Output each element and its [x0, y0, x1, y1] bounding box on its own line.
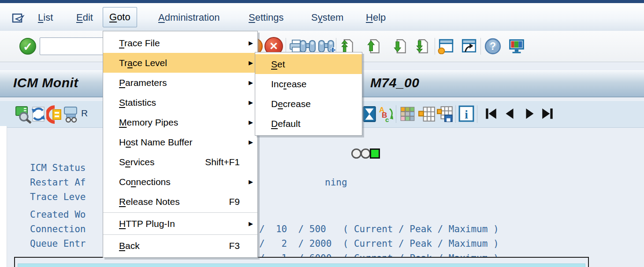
- sort-icon[interactable]: A B c: [378, 105, 395, 125]
- refresh-icon[interactable]: [29, 105, 48, 126]
- submenu-arrow-icon: ▶: [249, 93, 253, 112]
- submenu-arrow-icon: ▶: [249, 53, 253, 73]
- new-session-icon[interactable]: [437, 38, 454, 56]
- submenu-item-set[interactable]: Set: [255, 54, 362, 74]
- bottom-table-box: [14, 257, 589, 267]
- sap-window-icon[interactable]: [11, 13, 26, 27]
- previous-page-icon[interactable]: [365, 39, 381, 56]
- menubar-item-administration[interactable]: Administration: [156, 9, 222, 26]
- toolbar-separator: [435, 38, 435, 55]
- status-line: Restart Af: [0, 161, 644, 175]
- previous-record-icon[interactable]: [503, 107, 517, 122]
- menubar-item-help[interactable]: Help: [363, 9, 388, 26]
- submenu-arrow-icon: ▶: [249, 112, 253, 132]
- next-page-icon[interactable]: [391, 39, 407, 56]
- info-icon[interactable]: i: [458, 105, 474, 124]
- menu-item-http-plug-in[interactable]: HTTP Plug-In ▶: [103, 214, 257, 234]
- menu-item-back[interactable]: Back F3: [103, 236, 257, 256]
- menu-separator: [103, 212, 257, 213]
- svg-text:?: ?: [490, 41, 496, 52]
- customize-layout-icon[interactable]: [508, 38, 525, 56]
- menubar-item-system[interactable]: System: [309, 9, 346, 26]
- submenu-arrow-icon: ▶: [249, 172, 253, 192]
- toolbar-separator: [396, 105, 396, 123]
- menu-item-parameters[interactable]: Parameters ▶: [103, 73, 257, 93]
- status-light-off: [361, 148, 371, 159]
- trace-level-submenu: Set Increase Decrease Default: [255, 52, 362, 136]
- menu-shortcut: F3: [229, 236, 240, 256]
- menu-item-services[interactable]: Services Shift+F1: [103, 152, 257, 172]
- menu-item-trace-level[interactable]: Trace Level ▶: [103, 53, 257, 73]
- toolbar-separator: [477, 105, 477, 123]
- goto-menu: Trace File ▶ Trace Level ▶ Parameters ▶ …: [103, 31, 258, 258]
- toolbar-separator: [480, 38, 481, 55]
- toolbar-separator: [455, 105, 456, 123]
- hourglass-icon[interactable]: [361, 105, 377, 125]
- sap-gui-window: List Edit Goto Administration Settings S…: [0, 0, 644, 267]
- menubar-item-goto[interactable]: Goto: [103, 7, 137, 27]
- app-toolbar-label-fragment[interactable]: R: [81, 108, 88, 119]
- menu-item-memory-pipes[interactable]: Memory Pipes ▶: [103, 112, 257, 132]
- status-line: ICM Status ning: [0, 146, 644, 161]
- status-light-on: [370, 148, 380, 159]
- help-icon[interactable]: ?: [484, 38, 502, 56]
- menu-item-host-name-buffer[interactable]: Host Name Buffer ▶: [103, 132, 257, 152]
- release-icon[interactable]: [46, 105, 63, 126]
- trace-display-icon[interactable]: [62, 105, 80, 126]
- menu-item-statistics[interactable]: Statistics ▶: [103, 93, 257, 112]
- submenu-arrow-icon: ▶: [249, 73, 253, 93]
- next-record-icon[interactable]: [523, 107, 537, 122]
- svg-text:c: c: [385, 116, 389, 123]
- last-page-icon[interactable]: [413, 39, 429, 56]
- submenu-arrow-icon: ▶: [249, 132, 253, 152]
- menu-item-connections[interactable]: Connections ▶: [103, 172, 257, 192]
- page-title-left: ICM Monit: [13, 75, 78, 90]
- save-layout-icon[interactable]: [436, 106, 454, 124]
- submenu-arrow-icon: ▶: [249, 33, 253, 53]
- status-traffic-light: [351, 148, 380, 159]
- status-line: Created Wo / 10 / 500 ( Current / Peak /…: [0, 193, 644, 208]
- menubar-item-list[interactable]: List: [35, 9, 56, 26]
- menubar-item-edit[interactable]: Edit: [74, 9, 96, 26]
- submenu-item-decrease[interactable]: Decrease: [255, 94, 362, 114]
- status-line: Trace Leve: [0, 175, 644, 190]
- menubar: List Edit Goto Administration Settings S…: [0, 3, 644, 31]
- insert-column-icon[interactable]: [418, 106, 436, 124]
- status-light-off: [351, 148, 361, 159]
- last-record-icon[interactable]: [540, 107, 555, 122]
- menu-item-trace-file[interactable]: Trace File ▶: [103, 33, 257, 53]
- submenu-item-default[interactable]: Default: [255, 114, 362, 134]
- menu-separator: [103, 234, 257, 235]
- status-line: Queue Entr / 1 / 6000 ( Current / Peak /…: [0, 222, 644, 237]
- menu-shortcut: Shift+F1: [205, 152, 240, 172]
- enter-icon[interactable]: ✓: [19, 38, 36, 55]
- icm-status-panel: ICM Status ning Restart Af Trace Leve Cr…: [0, 145, 644, 242]
- layout-grid-icon[interactable]: [399, 106, 416, 124]
- table-header-strip: [18, 263, 585, 267]
- menu-item-release-notes[interactable]: Release Notes F9: [103, 192, 257, 211]
- window-top-strip: [0, 0, 644, 3]
- menubar-item-settings[interactable]: Settings: [246, 9, 287, 26]
- svg-text:i: i: [465, 108, 468, 121]
- submenu-arrow-icon: ▶: [249, 214, 253, 234]
- menu-shortcut: F9: [229, 192, 240, 211]
- page-title-right: M74_00: [370, 75, 419, 90]
- submenu-item-increase[interactable]: Increase: [255, 74, 362, 94]
- first-record-icon[interactable]: [484, 107, 498, 122]
- create-shortcut-icon[interactable]: [460, 38, 477, 56]
- status-line: Connection / 2 / 2000 ( Current / Peak /…: [0, 208, 644, 222]
